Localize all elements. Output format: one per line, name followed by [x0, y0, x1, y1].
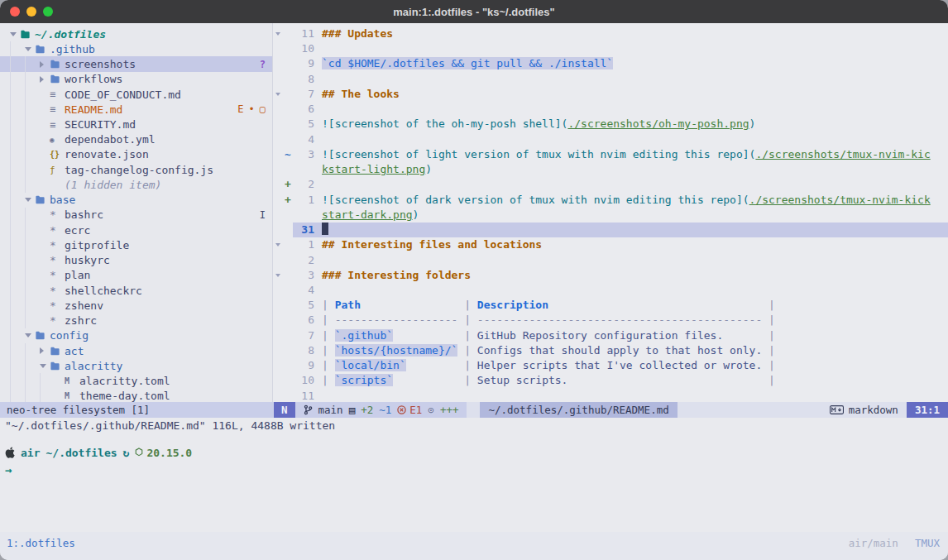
tree-item-ecrc[interactable]: *ecrc	[0, 223, 272, 237]
tree-item-dependabot-yml[interactable]: ◉dependabot.yml	[0, 132, 272, 147]
expander-open-icon[interactable]	[40, 364, 50, 368]
fold-open-icon[interactable]	[273, 26, 283, 41]
indent-guide	[25, 87, 40, 102]
fold-open-icon[interactable]	[273, 237, 283, 252]
editor-line[interactable]: 7## The looks	[273, 87, 948, 102]
expander-open-icon[interactable]	[25, 198, 35, 202]
editor-line[interactable]: 11### Updates	[273, 26, 948, 41]
text-segment: |	[768, 344, 775, 357]
tree-item-alacritty[interactable]: alacritty	[0, 358, 272, 373]
editor-line[interactable]: 8| `hosts/{hostname}/` | Configs that sh…	[273, 343, 948, 358]
editor-line[interactable]: 10	[273, 41, 948, 56]
tree-item-tag-changelog-config-js[interactable]: ƒtag-changelog-config.js	[0, 162, 272, 177]
tree-item-code-of-conduct-md[interactable]: ≡CODE_OF_CONDUCT.md	[0, 87, 272, 102]
editor-line[interactable]: 10| `scripts` | Setup scripts. |	[273, 373, 948, 388]
fold-open-icon[interactable]	[273, 87, 283, 102]
line-number: 8	[293, 72, 314, 87]
tmux-right: air/main TMUX	[849, 537, 940, 549]
cursor-block	[322, 223, 328, 235]
text-segment: |	[322, 299, 335, 311]
gitsign-column	[283, 283, 293, 298]
editor-line[interactable]: 5| Path | Description |	[273, 298, 948, 313]
editor-line[interactable]: 4	[273, 132, 948, 147]
tree-item-1-hidden-item[interactable]: (1 hidden item)	[0, 177, 272, 192]
line-text: | `hosts/{hostname}/` | Configs that sho…	[314, 343, 948, 358]
tree-item-plan[interactable]: *plan	[0, 268, 272, 283]
tree-item-dotfiles[interactable]: ~/.dotfiles	[0, 26, 272, 41]
folder-icon	[50, 60, 65, 69]
editor-line[interactable]: 3### Interesting folders	[273, 268, 948, 283]
titlebar[interactable]: main:1:.dotfiles - "ks~/.dotfiles"	[0, 0, 948, 23]
tree-item-zshrc[interactable]: *zshrc	[0, 313, 272, 328]
minimize-button[interactable]	[26, 7, 36, 17]
tree-item-readme-md[interactable]: ≡README.mdE•▢	[0, 102, 272, 117]
editor-line[interactable]: +2	[273, 177, 948, 192]
editor-line[interactable]: 9| `local/bin` | Helper scripts that I'v…	[273, 358, 948, 373]
gitsign-column	[283, 72, 293, 87]
tree-item-github[interactable]: .github	[0, 41, 272, 56]
traffic-lights	[10, 7, 53, 17]
git-status-badge: ▢	[260, 103, 266, 115]
expander-open-icon[interactable]	[10, 32, 20, 36]
editor-line[interactable]: ~3![screenshot of light version of tmux …	[273, 147, 948, 162]
close-button[interactable]	[10, 7, 20, 17]
expander-open-icon[interactable]	[25, 333, 35, 337]
line-number: 10	[293, 373, 314, 388]
text-segment: `hosts/{hostname}/`	[335, 344, 458, 357]
tree-item-workflows[interactable]: workflows	[0, 72, 272, 87]
editor-line[interactable]: 6	[273, 102, 948, 117]
expander-closed-icon[interactable]	[40, 347, 50, 354]
shell-area[interactable]: air ~/.dotfiles ↻ 20.15.0 →	[0, 433, 948, 532]
tree-item-screenshots[interactable]: screenshots?	[0, 56, 272, 71]
editor-pane[interactable]: 11### Updates109`cd $HOME/.dotfiles && g…	[273, 23, 948, 402]
fold-open-icon[interactable]	[273, 268, 283, 283]
tmux-window-tab[interactable]: 1:.dotfiles	[7, 537, 75, 549]
tree-item-shellcheckrc[interactable]: *shellcheckrc	[0, 283, 272, 298]
editor-line[interactable]: 4	[273, 283, 948, 298]
tree-item-base[interactable]: base	[0, 193, 272, 208]
tree-item-theme-day-toml[interactable]: Mtheme-day.toml	[0, 389, 272, 402]
zoom-button[interactable]	[43, 7, 53, 17]
tmux-statusbar: 1:.dotfiles air/main TMUX	[0, 532, 948, 560]
text-segment: `local/bin`	[335, 359, 406, 371]
editor-line[interactable]: 9`cd $HOME/.dotfiles && git pull && ./in…	[273, 56, 948, 71]
expander-open-icon[interactable]	[25, 47, 35, 51]
text-segment: Setup scripts.	[477, 374, 768, 386]
star-icon: *	[50, 299, 65, 312]
tree-item-label: shellcheckrc	[65, 285, 142, 297]
tree-item-act[interactable]: act	[0, 343, 272, 358]
tree-item-security-md[interactable]: ≡SECURITY.md	[0, 117, 272, 132]
editor-line[interactable]: 7| `.github` | GitHub Repository configu…	[273, 328, 948, 343]
editor-line[interactable]: 31	[273, 223, 948, 237]
editor-line[interactable]: start-dark.png)	[273, 208, 948, 223]
text-segment: Configs that should apply to that host o…	[477, 344, 768, 357]
gitsign-column	[283, 102, 293, 117]
editor-line[interactable]: 6| ------------------- | ---------------…	[273, 313, 948, 328]
tree-item-renovate-json[interactable]: {}renovate.json	[0, 147, 272, 162]
editor-line[interactable]: +1![screenshot of dark version of tmux w…	[273, 193, 948, 208]
tree-item-label: renovate.json	[65, 148, 149, 160]
line-text: | ------------------- | ----------------…	[314, 313, 948, 328]
diff-changed: ~1	[379, 404, 391, 416]
tree-item-zshenv[interactable]: *zshenv	[0, 298, 272, 313]
tree-item-huskyrc[interactable]: *huskyrc	[0, 253, 272, 268]
expander-closed-icon[interactable]	[40, 61, 50, 68]
tree-item-gitprofile[interactable]: *gitprofile	[0, 237, 272, 252]
indent-guide	[10, 147, 25, 162]
indent-guide	[25, 223, 40, 237]
editor-line[interactable]: 2	[273, 253, 948, 268]
line-text	[314, 177, 948, 192]
editor-line[interactable]: kstart-light.png)	[273, 162, 948, 177]
indent-guide	[25, 72, 40, 87]
editor-line[interactable]: 8	[273, 72, 948, 87]
editor-line[interactable]: 11	[273, 389, 948, 402]
editor-line[interactable]: 1## Interesting files and locations	[273, 237, 948, 252]
editor-line[interactable]: 5![screenshot of the oh-my-posh shell](.…	[273, 117, 948, 132]
prompt-cwd: ~/.dotfiles	[45, 447, 117, 459]
line-text: | `scripts` | Setup scripts. |	[314, 373, 948, 388]
expander-closed-icon[interactable]	[40, 76, 50, 83]
tree-item-bashrc[interactable]: *bashrcI	[0, 208, 272, 223]
toml-icon: M	[65, 391, 79, 400]
tree-item-alacritty-toml[interactable]: Malacritty.toml	[0, 373, 272, 388]
tree-item-config[interactable]: config	[0, 328, 272, 343]
